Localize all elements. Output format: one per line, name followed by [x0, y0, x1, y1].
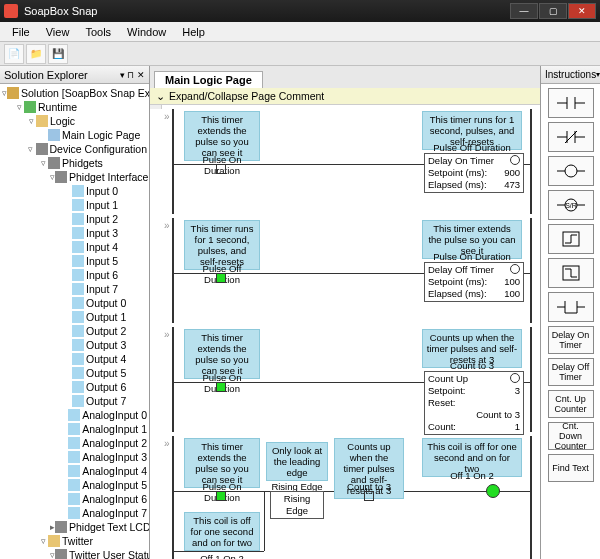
comment-box[interactable]: Only look at the leading edge — [266, 442, 328, 481]
instruction-symbol[interactable]: S/R — [548, 190, 594, 220]
instruction-text[interactable]: Delay Off Timer — [548, 358, 594, 386]
tree-item[interactable]: Input 5 — [0, 254, 149, 268]
tree-item[interactable]: Output 4 — [0, 352, 149, 366]
editor-panel: Main Logic Page ⌄ Expand/Collapse Page C… — [150, 66, 540, 559]
toolbar: 📄 📁 💾 — [0, 42, 600, 66]
instruction-text[interactable]: Delay On Timer — [548, 326, 594, 354]
tree-twisty[interactable]: ▿ — [38, 156, 48, 170]
function-box[interactable]: Rising Edge — [270, 491, 324, 519]
tree-item[interactable]: AnalogInput 1 — [0, 422, 149, 436]
menu-file[interactable]: File — [4, 24, 38, 40]
instructions-header[interactable]: Instructions ▾✕ — [541, 66, 600, 84]
tree-twisty[interactable]: ▿ — [26, 142, 36, 156]
instruction-symbol[interactable] — [548, 292, 594, 322]
tree-item[interactable]: ▿Logic — [0, 114, 149, 128]
instruction-text[interactable]: Cnt. Up Counter — [548, 390, 594, 418]
tree-item[interactable]: Input 6 — [0, 268, 149, 282]
tree-item[interactable]: ▿Runtime — [0, 100, 149, 114]
tree-item[interactable]: Input 1 — [0, 198, 149, 212]
contact[interactable] — [216, 273, 226, 283]
tree-label: AnalogInput 1 — [82, 422, 147, 436]
tree-item[interactable]: AnalogInput 5 — [0, 478, 149, 492]
tree-item[interactable]: ▸Phidget Text LCD 2 x 20 — [0, 520, 149, 534]
tree-item[interactable]: Input 4 — [0, 240, 149, 254]
menu-help[interactable]: Help — [174, 24, 213, 40]
tree-icon — [72, 283, 84, 295]
tab-main-logic[interactable]: Main Logic Page — [154, 71, 263, 88]
open-button[interactable]: 📁 — [26, 44, 46, 64]
tree-item[interactable]: Output 0 — [0, 296, 149, 310]
tree-label: Device Configuration — [50, 142, 147, 156]
tree-item[interactable]: Output 5 — [0, 366, 149, 380]
solution-explorer-header[interactable]: Solution Explorer ▾ ⊓ ✕ — [0, 66, 149, 84]
tree-item[interactable]: ▿Solution [SoapBox Snap Example] — [0, 86, 149, 100]
ladder-rung[interactable]: »This timer extends the pulse so you can… — [172, 327, 532, 432]
contact[interactable] — [364, 491, 374, 501]
ladder-rung[interactable]: »This timer runs for 1 second, pulses, a… — [172, 218, 532, 323]
maximize-button[interactable]: ▢ — [539, 3, 567, 19]
tree-item[interactable]: ▿Phidget Interface Kit 8-8-8 — [0, 170, 149, 184]
tree-item[interactable]: ▿Twitter User Status Monitor — [0, 548, 149, 559]
ladder-canvas: »This timer extends the pulse so you can… — [150, 109, 540, 559]
comment-box[interactable]: This coil is off for one second and on f… — [184, 512, 260, 551]
tree-item[interactable]: Input 2 — [0, 212, 149, 226]
tree-item[interactable]: AnalogInput 4 — [0, 464, 149, 478]
tree-item[interactable]: ▿Device Configuration — [0, 142, 149, 156]
tree-icon — [36, 143, 48, 155]
output-coil[interactable] — [486, 484, 500, 498]
save-button[interactable]: 💾 — [48, 44, 68, 64]
tree-label: Output 5 — [86, 366, 126, 380]
tree-item[interactable]: ▿Twitter — [0, 534, 149, 548]
tree-icon — [68, 507, 80, 519]
function-block[interactable]: Count UpSetpoint:3Reset:Count to 3Count:… — [424, 371, 524, 435]
tree-twisty[interactable]: ▿ — [26, 114, 36, 128]
menu-window[interactable]: Window — [119, 24, 174, 40]
instruction-symbol[interactable] — [548, 224, 594, 254]
tree-label: Logic — [50, 114, 75, 128]
function-block[interactable]: Delay On TimerSetpoint (ms):900Elapsed (… — [424, 153, 524, 193]
instruction-text[interactable]: Find Text — [548, 454, 594, 482]
new-button[interactable]: 📄 — [4, 44, 24, 64]
tree-item[interactable]: Input 7 — [0, 282, 149, 296]
tree-label: Input 4 — [86, 240, 118, 254]
tree-item[interactable]: Output 6 — [0, 380, 149, 394]
ladder-rung[interactable]: »This timer extends the pulse so you can… — [172, 436, 532, 559]
tree-icon — [55, 521, 67, 533]
ladder-rung[interactable]: »This timer extends the pulse so you can… — [172, 109, 532, 214]
contact[interactable] — [216, 382, 226, 392]
instruction-symbol[interactable] — [548, 258, 594, 288]
tree-item[interactable]: Input 3 — [0, 226, 149, 240]
pin-icon[interactable]: ▾✕ — [596, 70, 600, 79]
tree-icon — [72, 297, 84, 309]
tree-item[interactable]: ▿Phidgets — [0, 156, 149, 170]
tree-item[interactable]: Input 0 — [0, 184, 149, 198]
minimize-button[interactable]: — — [510, 3, 538, 19]
tree-item[interactable]: AnalogInput 7 — [0, 506, 149, 520]
instruction-symbol[interactable] — [548, 88, 594, 118]
menu-view[interactable]: View — [38, 24, 78, 40]
close-button[interactable]: ✕ — [568, 3, 596, 19]
tree-item[interactable]: AnalogInput 3 — [0, 450, 149, 464]
tree-item[interactable]: Output 7 — [0, 394, 149, 408]
tree-item[interactable]: Output 3 — [0, 338, 149, 352]
tree-item[interactable]: Output 1 — [0, 310, 149, 324]
tree-twisty[interactable]: ▿ — [38, 534, 48, 548]
pin-icon[interactable]: ▾ ⊓ ✕ — [120, 70, 145, 80]
tree-item[interactable]: AnalogInput 6 — [0, 492, 149, 506]
function-block[interactable]: Delay Off TimerSetpoint (ms):100Elapsed … — [424, 262, 524, 302]
instruction-symbol[interactable] — [548, 122, 594, 152]
menu-tools[interactable]: Tools — [77, 24, 119, 40]
tree-view[interactable]: ▿Solution [SoapBox Snap Example]▿Runtime… — [0, 84, 149, 559]
tree-item[interactable]: Main Logic Page — [0, 128, 149, 142]
tree-item[interactable]: AnalogInput 2 — [0, 436, 149, 450]
tree-twisty[interactable]: ▿ — [14, 100, 24, 114]
expand-collapse-row[interactable]: ⌄ Expand/Collapse Page Comment — [150, 88, 540, 105]
instruction-symbol[interactable] — [548, 156, 594, 186]
contact[interactable] — [216, 491, 226, 501]
tree-item[interactable]: Output 2 — [0, 324, 149, 338]
contact[interactable] — [216, 164, 226, 174]
instruction-text[interactable]: Cnt. Down Counter — [548, 422, 594, 450]
tree-item[interactable]: AnalogInput 0 — [0, 408, 149, 422]
tree-label: Input 7 — [86, 282, 118, 296]
canvas-scroll[interactable]: »This timer extends the pulse so you can… — [150, 105, 540, 559]
